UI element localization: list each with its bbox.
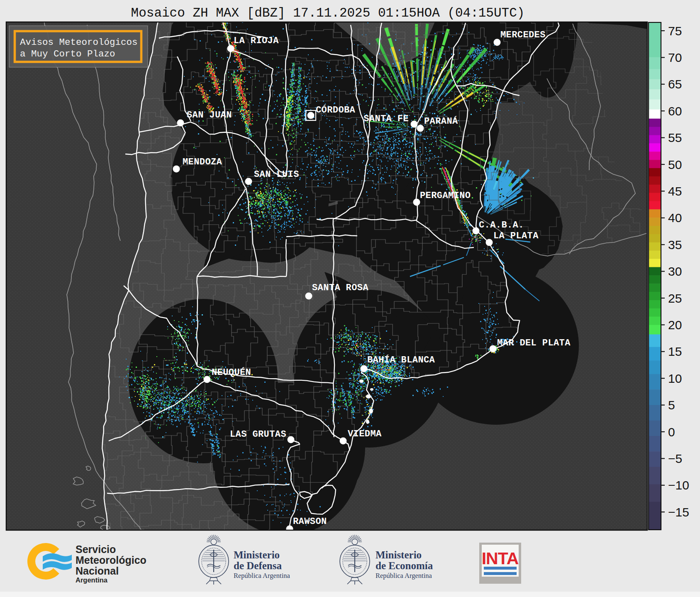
svg-text:a Muy Corto Plazo: a Muy Corto Plazo bbox=[20, 49, 115, 59]
svg-text:Nacional: Nacional bbox=[76, 565, 119, 577]
svg-text:C.A.B.A.: C.A.B.A. bbox=[479, 220, 524, 230]
svg-text:−5: −5 bbox=[668, 452, 682, 465]
svg-text:MAR DEL PLATA: MAR DEL PLATA bbox=[497, 338, 571, 348]
svg-text:PARANÁ: PARANÁ bbox=[424, 116, 458, 127]
svg-text:MERCEDES: MERCEDES bbox=[500, 30, 546, 40]
svg-text:Servicio: Servicio bbox=[76, 543, 116, 555]
svg-text:BAHÍA BLANCA: BAHÍA BLANCA bbox=[367, 355, 435, 365]
svg-text:75: 75 bbox=[668, 24, 682, 38]
svg-text:Meteorológico: Meteorológico bbox=[76, 554, 146, 566]
svg-text:Avisos Meteorológicos: Avisos Meteorológicos bbox=[20, 37, 138, 48]
svg-text:35: 35 bbox=[668, 238, 682, 252]
svg-text:SANTA FE: SANTA FE bbox=[363, 114, 409, 124]
svg-text:República Argentina: República Argentina bbox=[234, 572, 290, 580]
svg-text:RAWSON: RAWSON bbox=[293, 516, 327, 527]
svg-text:CÓRDOBA: CÓRDOBA bbox=[316, 105, 356, 115]
svg-text:25: 25 bbox=[668, 291, 682, 305]
svg-text:50: 50 bbox=[668, 158, 682, 171]
svg-text:LA PLATA: LA PLATA bbox=[493, 231, 539, 241]
svg-text:Argentina: Argentina bbox=[76, 576, 108, 584]
svg-text:65: 65 bbox=[668, 77, 682, 91]
svg-text:SANTA ROSA: SANTA ROSA bbox=[312, 283, 368, 293]
svg-text:40: 40 bbox=[668, 211, 682, 225]
svg-text:NEUQUÉN: NEUQUÉN bbox=[212, 367, 251, 378]
svg-text:10: 10 bbox=[668, 372, 682, 385]
svg-text:30: 30 bbox=[668, 264, 682, 278]
svg-text:SAN LUIS: SAN LUIS bbox=[254, 169, 299, 180]
svg-text:15: 15 bbox=[668, 345, 682, 358]
svg-text:de Economía: de Economía bbox=[376, 560, 433, 571]
svg-text:de Defensa: de Defensa bbox=[234, 560, 282, 571]
svg-text:MENDOZA: MENDOZA bbox=[183, 157, 222, 167]
svg-text:República Argentina: República Argentina bbox=[376, 572, 432, 580]
svg-text:55: 55 bbox=[668, 131, 682, 144]
svg-text:Mosaico ZH MAX [dBZ] 17.11.202: Mosaico ZH MAX [dBZ] 17.11.2025 01:15HOA… bbox=[131, 6, 525, 20]
svg-text:60: 60 bbox=[668, 104, 682, 118]
svg-text:5: 5 bbox=[668, 398, 675, 412]
svg-text:45: 45 bbox=[668, 184, 682, 198]
svg-text:LAS GRUTAS: LAS GRUTAS bbox=[230, 429, 286, 440]
svg-text:Ministerio: Ministerio bbox=[234, 549, 280, 560]
svg-text:−10: −10 bbox=[668, 478, 689, 492]
svg-text:Ministerio: Ministerio bbox=[376, 549, 422, 560]
svg-text:20: 20 bbox=[668, 318, 682, 332]
svg-text:70: 70 bbox=[668, 51, 682, 64]
svg-text:0: 0 bbox=[668, 425, 675, 439]
svg-text:PERGAMINO: PERGAMINO bbox=[420, 191, 471, 201]
svg-text:SAN JUAN: SAN JUAN bbox=[187, 110, 232, 120]
svg-text:VIEDMA: VIEDMA bbox=[348, 429, 382, 439]
svg-text:INTA: INTA bbox=[482, 549, 519, 568]
svg-text:LA RIOJA: LA RIOJA bbox=[234, 36, 279, 46]
svg-text:−15: −15 bbox=[668, 505, 689, 519]
